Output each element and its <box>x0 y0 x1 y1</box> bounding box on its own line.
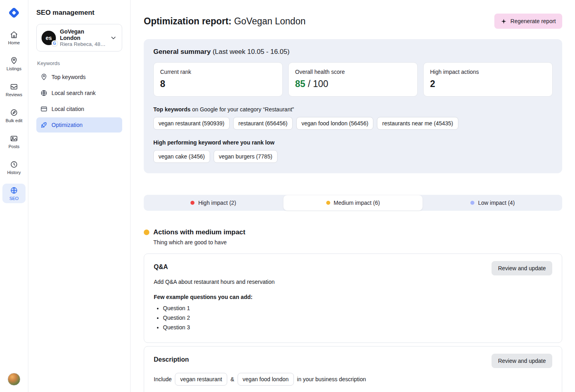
business-selector[interactable]: es G GoVegan London Riera Rebeca, 48 Pu.… <box>36 24 122 51</box>
business-info: GoVegan London Riera Rebeca, 48 Pu... <box>60 28 106 47</box>
regenerate-report-button[interactable]: Regenerate report <box>494 14 562 29</box>
top-keywords-label-rest: on Google for your category “Restaurant” <box>190 106 294 113</box>
inbox-icon <box>10 83 18 91</box>
rail-item-history[interactable]: History <box>2 158 26 177</box>
review-and-update-button[interactable]: Review and update <box>492 261 552 275</box>
page-title-label: Optimization report: <box>144 16 232 26</box>
google-badge-icon: G <box>52 40 58 46</box>
sidebar-item-label: Top keywords <box>52 74 86 80</box>
summary-title: General summary (Last week 10.05 - 16.05… <box>153 48 553 56</box>
ampersand: & <box>230 376 234 382</box>
main-content: Optimization report: GoVegan London Rege… <box>131 0 575 392</box>
health-score-value: 85 <box>295 79 305 89</box>
low-impact-dot-icon <box>470 201 474 205</box>
stat-value: 8 <box>160 79 276 89</box>
keyword-chip: restaurant (656456) <box>233 117 293 130</box>
logo-icon <box>7 6 21 20</box>
sidebar-item-optimization[interactable]: Optimization <box>36 117 122 133</box>
keyword-chip: vegan food london (56456) <box>296 117 373 130</box>
card-icon <box>40 105 48 113</box>
globe-icon <box>40 89 48 97</box>
top-keywords-label: Top keywords on Google for your category… <box>153 106 553 113</box>
top-keywords-label-bold: Top keywords <box>153 106 190 113</box>
review-and-update-button[interactable]: Review and update <box>492 354 552 368</box>
low-rank-keywords-chips: vegan cake (3456) vegan burgers (7785) <box>153 150 553 163</box>
section-subtitle: Thing which are good to have <box>153 239 562 245</box>
list-item: Question 1 <box>163 305 552 311</box>
page-title-business: GoVegan London <box>234 16 305 26</box>
business-avatar: es G <box>42 31 56 45</box>
keyword-chip: restaurants near me (45435) <box>377 117 458 130</box>
rail-item-home[interactable]: Home <box>2 28 26 48</box>
sidebar-item-label: Local citation <box>52 106 84 112</box>
list-item: Question 2 <box>163 315 552 321</box>
sidebar-title: SEO management <box>36 9 122 17</box>
high-impact-dot-icon <box>190 201 194 205</box>
rail-item-listings[interactable]: Listings <box>2 54 26 73</box>
sparkle-icon <box>501 18 507 24</box>
stat-label: Overall health score <box>295 69 411 75</box>
rail-item-label: History <box>7 170 21 175</box>
image-icon <box>10 135 18 143</box>
sidebar-item-local-citation[interactable]: Local citation <box>36 101 122 117</box>
card-description: Add Q&A about restaurant hours and reser… <box>154 279 552 285</box>
app-logo[interactable] <box>7 6 21 20</box>
clock-icon <box>10 160 18 168</box>
rail-item-label: SEO <box>9 196 18 201</box>
business-name: GoVegan London <box>60 28 106 41</box>
edit-circle-icon <box>10 109 18 117</box>
business-avatar-initials: es <box>46 35 52 41</box>
list-item: Question 3 <box>163 324 552 331</box>
stat-label: Current rank <box>160 69 276 75</box>
rail-item-seo[interactable]: SEO <box>2 184 26 203</box>
top-keywords-chips: vegan restaurant (590939) restaurant (65… <box>153 117 553 130</box>
tab-label: Low impact (4) <box>478 200 515 206</box>
tab-high-impact[interactable]: High impact (2) <box>144 195 283 211</box>
nav-rail: Home Listings Reviews Bulk edit <box>0 0 28 392</box>
keywords-section-label: Keywords <box>37 60 121 66</box>
card-header: Description Review and update <box>154 354 552 368</box>
keyword-chip: vegan cake (3456) <box>153 150 210 163</box>
include-suffix: in your business description <box>297 376 366 382</box>
include-prefix: Include <box>154 376 172 382</box>
description-action-card: Description Review and update Include ve… <box>144 346 562 392</box>
map-pin-icon <box>40 73 48 81</box>
card-title: Q&A <box>154 261 168 271</box>
app: Home Listings Reviews Bulk edit <box>0 0 575 392</box>
general-summary-panel: General summary (Last week 10.05 - 16.05… <box>144 39 562 173</box>
rail-item-posts[interactable]: Posts <box>2 132 26 151</box>
card-title: Description <box>154 354 189 363</box>
stat-value: 2 <box>430 79 546 89</box>
page-title: Optimization report: GoVegan London <box>144 16 305 27</box>
report-header: Optimization report: GoVegan London Rege… <box>144 14 562 29</box>
stat-label: High impact actions <box>430 69 546 75</box>
low-rank-keywords-label: High performing keyword where you rank l… <box>153 139 553 146</box>
rail-item-bulk-edit[interactable]: Bulk edit <box>2 106 26 125</box>
summary-title-bold: General summary <box>153 48 211 55</box>
health-score-suffix: / 100 <box>305 79 329 89</box>
impact-tabs: High impact (2) Medium impact (6) Low im… <box>144 195 562 211</box>
rail-items: Home Listings Reviews Bulk edit <box>2 28 26 203</box>
globe-icon <box>10 186 18 194</box>
sidebar-item-local-search-rank[interactable]: Local search rank <box>36 85 122 101</box>
tab-low-impact[interactable]: Low impact (4) <box>423 195 562 211</box>
keyword-chip: vegan restaurant (590939) <box>153 117 230 130</box>
card-header: Q&A Review and update <box>154 261 552 275</box>
sidebar-item-top-keywords[interactable]: Top keywords <box>36 69 122 85</box>
medium-impact-dot-icon <box>144 230 149 235</box>
keyword-chip: vegan burgers (7785) <box>214 150 278 163</box>
regenerate-report-label: Regenerate report <box>510 18 556 24</box>
section-title: Actions with medium impact <box>153 228 245 236</box>
stat-value: 85 / 100 <box>295 79 411 89</box>
low-rank-label-bold: High performing keyword where you rank l… <box>153 139 274 146</box>
tab-medium-impact[interactable]: Medium impact (6) <box>283 195 423 211</box>
sidebar: SEO management es G GoVegan London Riera… <box>28 0 131 392</box>
rail-item-label: Bulk edit <box>6 119 22 123</box>
keyword-chip: vegan restaurant <box>175 373 227 386</box>
chevron-down-icon <box>110 34 117 42</box>
user-avatar[interactable] <box>8 373 20 386</box>
summary-stats: Current rank 8 Overall health score 85 /… <box>153 62 553 97</box>
map-pin-icon <box>10 57 18 65</box>
rail-item-label: Listings <box>6 67 21 71</box>
rail-item-reviews[interactable]: Reviews <box>2 80 26 99</box>
